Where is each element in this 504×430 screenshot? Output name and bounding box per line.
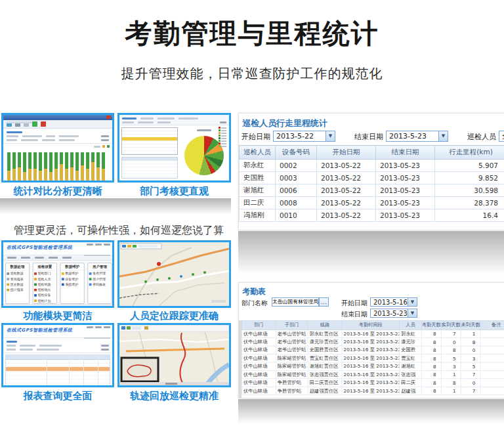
chevron-down-icon[interactable]: ▼: [408, 309, 417, 317]
module-item-icon: [34, 299, 37, 302]
start-date-select[interactable]: 2013-5-22 ▼: [273, 131, 335, 142]
end-date-select[interactable]: 2013-5-23 ▼: [386, 131, 448, 142]
module-item[interactable]: 巡检线路: [34, 282, 55, 287]
module-item-label: 统计报表: [10, 288, 24, 292]
table-row[interactable]: 史国胜00032013-05-222013-05-239.852: [240, 172, 504, 184]
start-date-label: 开始日期: [341, 299, 368, 308]
screenshot-dept-pie: [117, 113, 231, 183]
legend-entry: [219, 127, 228, 129]
person-select[interactable]: 全部: [499, 131, 504, 142]
table-row[interactable]: 伏牛山林场老爷山管护站郭永红责任区2013-5-16 至 2013-5-23郭永…: [242, 330, 504, 337]
screenshot-modules: 在线式GPS智能巡检管理系统 数据处理巡检数据查询报表历史数据统计报表巡检设置巡…: [1, 240, 114, 308]
attendance-table-wrap: 部门子部门线路考勤时间段人员考勤天数实到天数未到天数备注 伏牛山林场老爷山管护站…: [239, 320, 504, 398]
page-subtitle: 提升管理效能，日常巡查防护工作的规范化: [0, 65, 504, 83]
module-item[interactable]: 统计报表: [7, 288, 28, 292]
module-header: 用户管理: [89, 264, 110, 270]
tracking-map: [119, 242, 229, 306]
caption-stats: 统计对比分析更清晰: [1, 185, 114, 198]
table-row[interactable]: 伏牛山林场老爷山管护站史国胜责任区2013-5-16 至 2013-5-23史国…: [242, 346, 504, 354]
column-header: 考勤天数: [421, 320, 441, 330]
module-item-label: 设备维护: [65, 277, 78, 282]
table-row[interactable]: 田二庆00082013-05-222013-05-2328.378: [240, 197, 504, 209]
module-item[interactable]: 用户管理: [89, 277, 110, 282]
filter-area: [3, 129, 112, 144]
dept-browse-button[interactable]: …: [319, 297, 329, 307]
start-date-select[interactable]: 2013-5-16 ▼: [370, 297, 417, 307]
table-row[interactable]: 伏牛山林场陈家峪管护站贾宝红责任区2013-5-16 至 2013-5-23贾宝…: [242, 355, 504, 362]
module-item-label: 巡检设备: [38, 293, 51, 297]
end-date-select[interactable]: 2013-5-23 ▼: [370, 309, 417, 318]
table-row[interactable]: 伏牛山林场争胜管护站赵建强责任区2013-5-16 至 2013-5-23赵建强…: [242, 387, 504, 395]
page-title: 考勤管理与里程统计: [0, 16, 504, 52]
caption-tracking: 人员定位跟踪更准确: [117, 310, 231, 322]
module-item-label: 巡检地点: [38, 288, 51, 292]
end-date-label: 结束日期: [354, 132, 383, 142]
bar: [28, 152, 32, 183]
module-item[interactable]: 密码修改: [89, 282, 110, 287]
module-item[interactable]: 数据维护: [62, 271, 83, 276]
table-row[interactable]: 冯旭刚00102013-05-222013-05-2316.4: [240, 209, 504, 222]
column-header: 巡检人员: [240, 146, 276, 160]
module-item-label: 数据维护: [65, 271, 78, 276]
shadow: [238, 231, 504, 274]
module-item[interactable]: 巡检数据: [7, 271, 28, 276]
module-item-icon: [7, 272, 9, 275]
module-header: 巡检设置: [34, 264, 55, 270]
table-row[interactable]: 郭永红00022013-05-222013-05-235.907: [240, 160, 504, 172]
module-item[interactable]: 巡检人员: [34, 277, 55, 282]
table-row[interactable]: 伏牛山林场老爷山管护站康元珍责任区2013-5-16 至 2013-5-23康元…: [242, 338, 504, 346]
chevron-down-icon[interactable]: ▼: [408, 298, 417, 306]
module-item[interactable]: 历史数据: [7, 282, 28, 287]
module-item-icon: [89, 278, 92, 280]
module-item-label: 巡检计划: [38, 299, 51, 303]
module-item[interactable]: 巡检地点: [34, 288, 55, 292]
table-row[interactable]: 谢旭红00062013-05-222013-05-2330.598: [240, 184, 504, 197]
column-header: 实到天数: [441, 320, 461, 330]
dept-dropdown-list[interactable]: [121, 127, 178, 155]
mileage-panel: 巡检人员行走里程统计 开始日期 2013-5-22 ▼ 结束日期 2013-5-…: [238, 113, 504, 230]
module-item-icon: [34, 272, 37, 275]
module-item-icon: [62, 272, 64, 275]
module-item[interactable]: 系统维护: [62, 282, 83, 287]
chevron-down-icon[interactable]: ▼: [438, 131, 448, 141]
middle-tagline: 管理更灵活，可操作性强，如何巡逻您说了算: [0, 224, 238, 238]
table-row[interactable]: 伏牛山林场陈家峪管护站张志强责任区2013-5-16 至 2013-5-23张志…: [242, 370, 504, 378]
column-header: 子部门: [276, 320, 308, 330]
dept-name-input[interactable]: 太岳山国有林管理局: [272, 297, 319, 307]
dept-mini-table: [121, 157, 178, 179]
module-item[interactable]: 巡检部门: [34, 271, 55, 276]
bar: [54, 152, 58, 183]
module-item-icon: [89, 272, 92, 275]
attendance-panel: 考勤表 部门名称 太岳山国有林管理局 … 开始日期 2013-5-16 ▼ 结束…: [238, 282, 504, 398]
module-item[interactable]: 设备维护: [62, 277, 83, 282]
bar: [75, 152, 79, 183]
module-item[interactable]: 角色管理: [89, 271, 110, 276]
stacked-bar-chart-area: [3, 145, 112, 183]
attendance-table-header: 部门子部门线路考勤时间段人员考勤天数实到天数未到天数备注: [242, 320, 504, 330]
titlebar-links: [87, 326, 110, 328]
chevron-down-icon[interactable]: ▼: [326, 131, 335, 141]
module-item-label: 巡检数据: [10, 271, 24, 276]
module-item[interactable]: 巡检设备: [34, 293, 55, 297]
module-item-icon: [7, 283, 9, 286]
bar: [23, 152, 26, 183]
module-item-icon: [62, 278, 64, 280]
column-header: 考勤时间段: [342, 320, 400, 330]
highlighted-row[interactable]: [6, 367, 110, 371]
toolbar-icon: [41, 121, 46, 127]
screenshot-map-tracking: [117, 240, 231, 308]
module-item[interactable]: 查询报表: [7, 277, 28, 282]
table-row[interactable]: 伏牛山林场争胜管护站田二庆责任区2013-5-16 至 2013-5-23田二庆…: [242, 379, 504, 387]
module-panel: 用户管理角色管理用户管理密码修改: [88, 263, 112, 304]
shadow: [0, 198, 231, 214]
attendance-title: 考勤表: [242, 286, 266, 297]
caption-dept: 部门考核更直观: [117, 185, 231, 198]
module-item[interactable]: 巡检计划: [34, 299, 55, 303]
window-titlebar: 在线式GPS智能巡检管理系统: [3, 325, 112, 338]
shadow: [238, 399, 504, 424]
legend-entry: [219, 145, 228, 147]
status-bar: [3, 304, 112, 308]
start-date-label: 开始日期: [242, 132, 270, 142]
highlighted-row[interactable]: [122, 137, 177, 140]
table-row[interactable]: 伏牛山林场陈家峪管护站谢旭红责任区2013-5-16 至 2013-5-23谢旭…: [242, 362, 504, 370]
